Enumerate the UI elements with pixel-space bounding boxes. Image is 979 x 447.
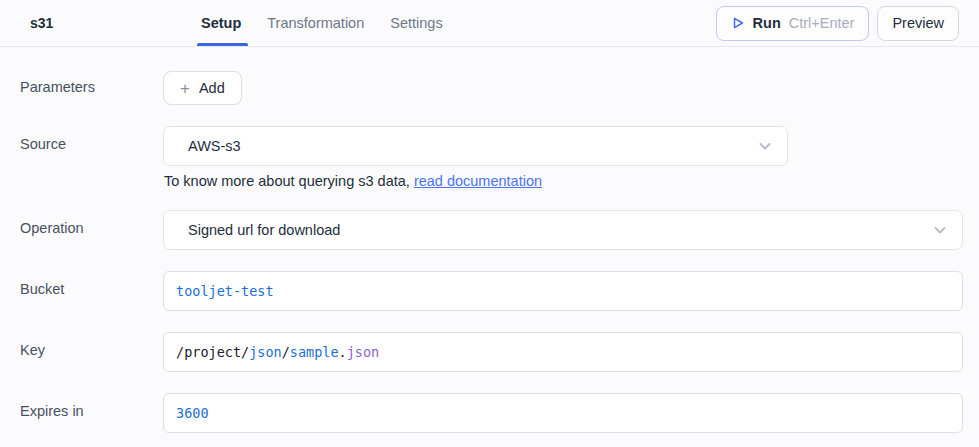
chevron-down-icon (757, 138, 773, 154)
run-button[interactable]: Run Ctrl+Enter (716, 6, 870, 41)
tab-settings[interactable]: Settings (389, 0, 443, 46)
operation-selected-value: Signed url for download (188, 222, 340, 238)
parameters-label: Parameters (20, 71, 163, 95)
query-name: s31 (0, 0, 200, 46)
add-parameter-button[interactable]: + Add (163, 71, 242, 105)
tab-setup[interactable]: Setup (200, 0, 242, 46)
operation-select[interactable]: Signed url for download (163, 210, 963, 250)
tab-bar: Setup Transformation Settings (200, 0, 444, 46)
tab-transformation[interactable]: Transformation (266, 0, 365, 46)
operation-label: Operation (20, 210, 163, 236)
source-helper-text: To know more about querying s3 data, rea… (163, 173, 963, 189)
key-row: Key /project/json/sample.json (0, 332, 979, 372)
source-label: Source (20, 126, 163, 152)
query-setup-form: Parameters + Add Source AWS-s3 To know m… (0, 47, 979, 433)
expires-input[interactable]: 3600 (163, 393, 963, 433)
expires-row: Expires in 3600 (0, 393, 979, 433)
expires-label: Expires in (20, 393, 163, 419)
key-editor-content: /project/json/sample.json (176, 344, 379, 360)
helper-text-static: To know more about querying s3 data, (164, 173, 414, 189)
bucket-row: Bucket tooljet-test (0, 271, 979, 311)
run-shortcut-hint: Ctrl+Enter (789, 15, 855, 31)
parameters-row: Parameters + Add (0, 71, 979, 105)
source-selected-value: AWS-s3 (188, 138, 241, 154)
preview-button[interactable]: Preview (877, 6, 959, 41)
expires-value: 3600 (176, 405, 209, 421)
header-actions: Run Ctrl+Enter Preview (716, 0, 979, 46)
bucket-label: Bucket (20, 271, 163, 297)
key-input[interactable]: /project/json/sample.json (163, 332, 963, 372)
bucket-value: tooljet-test (176, 283, 274, 299)
operation-row: Operation Signed url for download (0, 210, 979, 250)
key-label: Key (20, 332, 163, 358)
read-documentation-link[interactable]: read documentation (414, 173, 542, 189)
plus-icon: + (180, 80, 190, 97)
bucket-input[interactable]: tooljet-test (163, 271, 963, 311)
query-editor-header: s31 Setup Transformation Settings Run Ct… (0, 0, 979, 47)
source-select[interactable]: AWS-s3 (163, 126, 788, 166)
source-row: Source AWS-s3 To know more about queryin… (0, 126, 979, 189)
play-icon (731, 16, 745, 30)
add-parameter-label: Add (199, 80, 225, 96)
chevron-down-icon (932, 222, 948, 238)
preview-button-label: Preview (892, 15, 944, 31)
run-button-label: Run (753, 15, 781, 31)
